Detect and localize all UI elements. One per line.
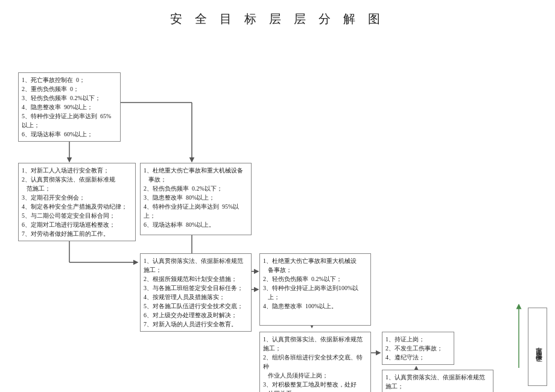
- box-b1-content: 1、死亡事故控制在 0； 2、重伤负伤频率 0； 3、轻伤负伤频率 0.2%以下…: [22, 77, 111, 138]
- box-b7-content: 1、持证上岗； 2、不发生工伤事故； 4、遵纪守法；: [385, 336, 443, 361]
- side-label: 自下而上层层保证: [528, 308, 547, 386]
- box-b6-content: 1、认真贯彻落实法、依据新标准规范施工； 2、组织各班组进行安全技术交底、特种 …: [263, 336, 363, 392]
- box-b6: 1、认真贯彻落实法、依据新标准规范施工； 2、组织各班组进行安全技术交底、特种 …: [259, 332, 371, 392]
- box-b5: 1、杜绝重大伤亡事故和重大机械设 备事故； 2、轻伤负伤频率 0.2%以下； 3…: [259, 253, 371, 326]
- box-b3-content: 1、杜绝重大伤亡事故和重大机械设备 事故； 2、轻伤负伤频率 0.2%以下； 3…: [144, 167, 243, 228]
- diagram-area: 1、死亡事故控制在 0； 2、重伤负伤频率 0； 3、轻伤负伤频率 0.2%以下…: [0, 33, 555, 392]
- box-b7: 1、持证上岗； 2、不发生工伤事故； 4、遵纪守法；: [382, 332, 454, 365]
- box-b3: 1、杜绝重大伤亡事故和重大机械设备 事故； 2、轻伤负伤频率 0.2%以下； 3…: [140, 163, 252, 235]
- box-b8-content: 1、认真贯彻落实法、依据新标准规范施工； 2、认真学习文化技术技能，严格按照 操…: [385, 374, 485, 392]
- box-b2-content: 1、对新工人入场进行安全教育； 2、认真贯彻落实法、依据新标准规 范施工； 3、…: [22, 167, 127, 237]
- box-b8: 1、认真贯彻落实法、依据新标准规范施工； 2、认真学习文化技术技能，严格按照 操…: [382, 370, 493, 392]
- box-b4-content: 1、认真贯彻落实法、依据新标准规范施工； 2、根据所颁规范和计划安全措施； 3、…: [144, 258, 243, 327]
- side-label-text: 自下而上层层保证: [536, 342, 543, 352]
- box-b4: 1、认真贯彻落实法、依据新标准规范施工； 2、根据所颁规范和计划安全措施； 3、…: [140, 253, 252, 332]
- page-title: 安 全 目 标 层 层 分 解 图: [0, 0, 555, 33]
- box-b1: 1、死亡事故控制在 0； 2、重伤负伤频率 0； 3、轻伤负伤频率 0.2%以下…: [18, 72, 121, 142]
- box-b2: 1、对新工人入场进行安全教育； 2、认真贯彻落实法、依据新标准规 范施工； 3、…: [18, 163, 136, 241]
- box-b5-content: 1、杜绝重大伤亡事故和重大机械设 备事故； 2、轻伤负伤频率 0.2%以下； 3…: [263, 258, 358, 309]
